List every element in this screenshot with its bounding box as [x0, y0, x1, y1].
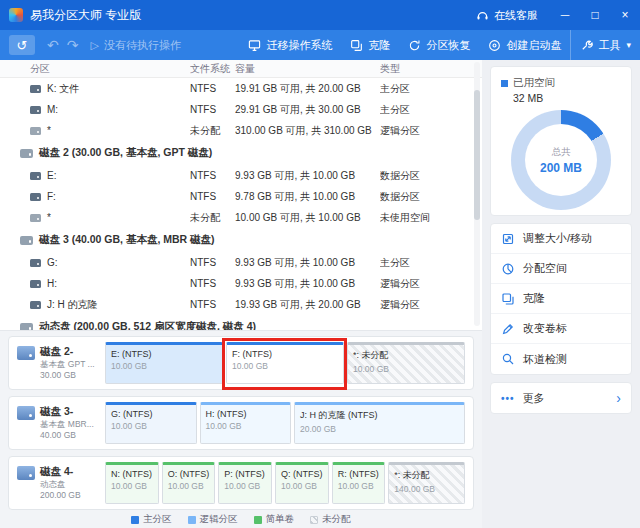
partition-track: E: (NTFS) 10.00 GB F: (NTFS) 10.00 GB *:…: [105, 342, 465, 384]
capacity-cell: 9.78 GB 可用, 共 10.00 GB: [235, 190, 380, 204]
partition-track: G: (NTFS) 10.00 GB H: (NTFS) 10.00 GB J:…: [105, 402, 465, 444]
disk-icon: [17, 346, 35, 360]
partition-block[interactable]: N: (NTFS) 10.00 GB: [105, 462, 159, 504]
clone-icon: [350, 39, 363, 52]
table-row[interactable]: G: NTFS 9.93 GB 可用, 共 10.00 GB 主分区: [0, 252, 482, 273]
table-row[interactable]: M: NTFS 29.91 GB 可用, 共 30.00 GB 主分区: [0, 99, 482, 120]
disk-icon: [20, 149, 33, 158]
undo-button[interactable]: ↶: [47, 37, 59, 53]
used-space-label: 已用空间: [513, 76, 555, 90]
table-row[interactable]: F: NTFS 9.78 GB 可用, 共 10.00 GB 数据分区: [0, 186, 482, 207]
more-button[interactable]: ••• 更多 ›: [491, 383, 631, 413]
partition-block[interactable]: J: H 的克隆 (NTFS) 20.00 GB: [294, 402, 465, 444]
disk-card: 磁盘 3- 基本盘 MBR... 40.00 GB G: (NTFS) 10.0…: [8, 396, 474, 450]
online-support-button[interactable]: 在线客服: [464, 0, 550, 30]
partition-block[interactable]: *: 未分配 140.00 GB: [388, 462, 465, 504]
disk-group-row[interactable]: 动态盘 (200.00 GB, 512 扇区宽度磁盘, 磁盘 4): [0, 315, 482, 330]
partition-size: 10.00 GB: [224, 481, 266, 491]
capacity-cell: 9.93 GB 可用, 共 10.00 GB: [235, 256, 380, 270]
legend-item: 未分配: [310, 513, 351, 526]
disk-info[interactable]: 磁盘 4- 动态盘 200.00 GB: [17, 465, 97, 501]
partition-icon: [30, 280, 41, 288]
resize-move-icon: [501, 232, 515, 246]
surface-test-button[interactable]: 坏道检测: [491, 344, 631, 374]
disk-card: 磁盘 4- 动态盘 200.00 GB N: (NTFS) 10.00 GB O…: [8, 456, 474, 510]
partition-block[interactable]: P: (NTFS) 10.00 GB: [218, 462, 272, 504]
maximize-button[interactable]: □: [580, 0, 610, 30]
table-row[interactable]: J: H 的克隆 NTFS 19.93 GB 可用, 共 20.00 GB 逻辑…: [0, 294, 482, 315]
right-sidebar: 已用空间 32 MB 总共 200 MB 调整大小/移动 分配空间: [482, 60, 640, 528]
partition-block[interactable]: O: (NTFS) 10.00 GB: [162, 462, 216, 504]
titlebar: 易我分区大师 专业版 在线客服 ─ □ ×: [0, 0, 640, 30]
disk-info[interactable]: 磁盘 2- 基本盘 GPT ... 30.00 GB: [17, 345, 97, 381]
scrollbar-thumb[interactable]: [474, 90, 480, 220]
col-type: 类型: [380, 62, 482, 76]
clone-icon: [501, 292, 515, 306]
clone-action-label: 克隆: [523, 291, 545, 306]
minimize-button[interactable]: ─: [550, 0, 580, 30]
partition-label: *: 未分配: [353, 349, 459, 362]
primary-swatch: [131, 516, 139, 524]
capacity-cell: 9.93 GB 可用, 共 10.00 GB: [235, 277, 380, 291]
legend-item: 逻辑分区: [188, 513, 238, 526]
type-cell: 逻辑分区: [380, 298, 482, 312]
disk-map: 磁盘 2- 基本盘 GPT ... 30.00 GB E: (NTFS) 10.…: [0, 330, 482, 511]
allocate-space-icon: [501, 262, 515, 276]
disc-icon: [488, 39, 501, 52]
partition-block[interactable]: G: (NTFS) 10.00 GB: [105, 402, 197, 444]
resize-move-button[interactable]: 调整大小/移动: [491, 224, 631, 254]
table-row[interactable]: * 未分配 10.00 GB 可用, 共 10.00 GB 未使用空间: [0, 207, 482, 228]
partition-block[interactable]: R: (NTFS) 10.00 GB: [332, 462, 386, 504]
clone-action-button[interactable]: 克隆: [491, 284, 631, 314]
disk-name: 磁盘 3-: [40, 405, 94, 419]
partition-block[interactable]: Q: (NTFS) 10.00 GB: [275, 462, 329, 504]
capacity-cell: 19.93 GB 可用, 共 20.00 GB: [235, 298, 380, 312]
partition-icon: [30, 85, 41, 93]
redo-button[interactable]: ↷: [67, 37, 79, 53]
change-label-icon: [501, 322, 515, 336]
refresh-button[interactable]: ↺: [9, 35, 35, 55]
close-button[interactable]: ×: [610, 0, 640, 30]
fs-cell: NTFS: [190, 278, 235, 289]
disk-group-row[interactable]: 磁盘 3 (40.00 GB, 基本盘, MBR 磁盘): [0, 228, 482, 252]
change-label-button[interactable]: 改变卷标: [491, 314, 631, 344]
type-cell: 主分区: [380, 82, 482, 96]
legend-label: 未分配: [322, 513, 351, 526]
allocate-space-button[interactable]: 分配空间: [491, 254, 631, 284]
capacity-cell: 310.00 GB 可用, 共 310.00 GB: [235, 124, 380, 138]
partition-size: 140.00 GB: [394, 484, 459, 494]
disk-list-pane: 分区 文件系统 容量 类型 K: 文件 NTFS 19.91 GB 可用, 共 …: [0, 60, 482, 528]
bootable-disk-button[interactable]: 创建启动盘: [479, 30, 570, 60]
partition-label: P: (NTFS): [224, 469, 266, 479]
partition-recovery-button[interactable]: 分区恢复: [399, 30, 479, 60]
partition-size: 10.00 GB: [111, 481, 153, 491]
partition-icon: [30, 193, 41, 201]
clone-button[interactable]: 克隆: [341, 30, 399, 60]
partition-block[interactable]: E: (NTFS) 10.00 GB: [105, 342, 223, 384]
partition-label: H: (NTFS): [206, 409, 286, 419]
disk-info[interactable]: 磁盘 3- 基本盘 MBR... 40.00 GB: [17, 405, 97, 441]
partition-label: J: H 的克隆 (NTFS): [300, 409, 459, 422]
fs-cell: NTFS: [190, 299, 235, 310]
disk-group-row[interactable]: 磁盘 2 (30.00 GB, 基本盘, GPT 磁盘): [0, 141, 482, 165]
partition-block[interactable]: F: (NTFS) 10.00 GB: [226, 342, 344, 384]
actions-card: 调整大小/移动 分配空间 克隆 改变卷标 坏道检测: [490, 223, 632, 375]
partition-block[interactable]: H: (NTFS) 10.00 GB: [200, 402, 292, 444]
disk-capacity: 30.00 GB: [40, 370, 95, 381]
table-row[interactable]: K: 文件 NTFS 19.91 GB 可用, 共 20.00 GB 主分区: [0, 78, 482, 99]
partition-size: 10.00 GB: [338, 481, 380, 491]
usage-donut: 总共 200 MB: [511, 110, 611, 210]
type-cell: 未使用空间: [380, 211, 482, 225]
disk-card: 磁盘 2- 基本盘 GPT ... 30.00 GB E: (NTFS) 10.…: [8, 336, 474, 390]
used-space-value: 32 MB: [513, 92, 621, 104]
tools-button[interactable]: 工具 ▾: [570, 30, 640, 60]
partition-label: R: (NTFS): [338, 469, 380, 479]
table-row[interactable]: H: NTFS 9.93 GB 可用, 共 10.00 GB 逻辑分区: [0, 273, 482, 294]
migrate-os-button[interactable]: 迁移操作系统: [239, 30, 341, 60]
app-title: 易我分区大师 专业版: [30, 7, 141, 24]
partition-block[interactable]: *: 未分配 10.00 GB: [347, 342, 465, 384]
clone-label: 克隆: [368, 38, 390, 53]
simple-swatch: [254, 516, 262, 524]
table-row[interactable]: * 未分配 310.00 GB 可用, 共 310.00 GB 逻辑分区: [0, 120, 482, 141]
table-row[interactable]: E: NTFS 9.93 GB 可用, 共 10.00 GB 数据分区: [0, 165, 482, 186]
